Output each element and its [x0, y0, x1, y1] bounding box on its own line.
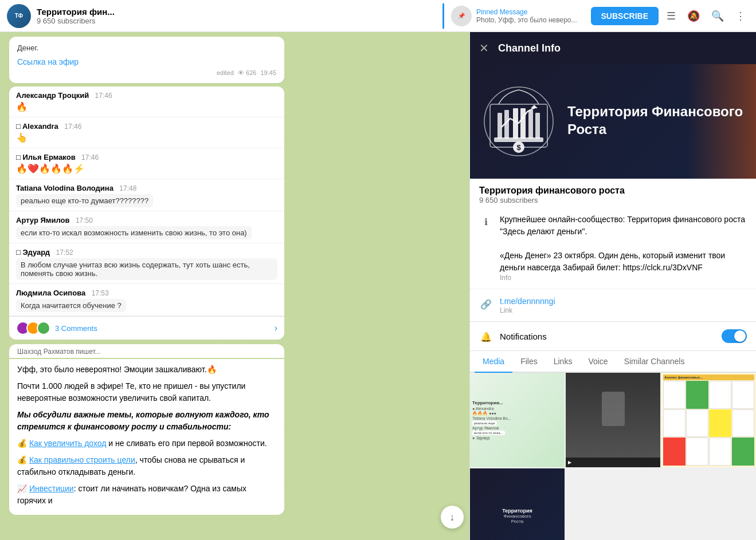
comment-row: Tatiana Volodina Володина 17:48 реально …: [9, 179, 284, 211]
toggle-knob: [734, 330, 746, 342]
close-icon: ✕: [479, 42, 489, 54]
comment-row: Людмила Осипова 17:53 Когда начитается о…: [9, 284, 284, 316]
tab-media[interactable]: Media: [475, 351, 512, 373]
info-link-row: 🔗 t.me/dennnnngi Link: [470, 289, 756, 321]
media-thumb-2[interactable]: ▶: [566, 373, 660, 467]
description-text-main: Крупнейшее онлайн-сообщество: Территория…: [500, 215, 745, 236]
media-thumb-3[interactable]: Анализ финансовых...: [661, 373, 756, 467]
search-icon-button[interactable]: 🔍: [708, 6, 727, 26]
search-icon: 🔍: [711, 10, 724, 22]
chevron-down-icon: ↓: [450, 511, 455, 523]
pinned-message-box[interactable]: 📌 Pinned Message Photo, Уфф, это было не…: [442, 3, 584, 29]
link-message-content: Денег.: [17, 44, 276, 52]
header-actions: SUBSCRIBE ☰ 🔕 🔍 ⋮: [591, 6, 749, 26]
comment-row: □ Эдуард 17:52 В любом случае унитаз всю…: [9, 243, 284, 284]
commenter-avatar: [37, 321, 50, 335]
pinned-label: Pinned Message: [476, 8, 577, 16]
pinned-preview: Photo, Уфф, это было неверо...: [476, 16, 577, 24]
typing-indicator: Шахзод Рахматов пишет...: [9, 344, 284, 358]
link-label: Link: [500, 306, 747, 314]
channel-subscribers-header: 9 650 subscribers: [37, 17, 436, 25]
msg-list1: 💰 Как увеличить доход и не сливать его п…: [17, 437, 276, 450]
comment-row: □ Илья Ермаков 17:46 🔥❤️🔥🔥🔥⚡: [9, 148, 284, 179]
link-icon: 🔗: [479, 297, 493, 311]
tab-voice[interactable]: Voice: [580, 351, 616, 373]
message-time: 19:45: [260, 69, 276, 76]
svg-rect-7: [535, 113, 540, 139]
tab-links[interactable]: Links: [546, 351, 581, 373]
notification-icon-button[interactable]: 🔕: [684, 6, 703, 26]
main-container: Денег. Ссылка на эфир edited 👁 626 19:45…: [0, 32, 756, 540]
comments-avatars: [16, 321, 50, 335]
comment-row: Александр Троцкий 17:46 🔥: [9, 86, 284, 117]
comments-footer[interactable]: 3 Comments ›: [9, 316, 284, 340]
media-thumb-4[interactable]: Территория Финансового Роста: [470, 468, 565, 540]
bell-notification-icon: 🔔: [479, 330, 493, 344]
comment-text: реально еще кто-то думает????????: [16, 194, 153, 207]
info-description-row: ℹ Крупнейшее онлайн-сообщество: Территор…: [470, 207, 756, 289]
msg-line2: Почти 1.000 людей в эфире! Те, кто не пр…: [17, 380, 276, 404]
notifications-row: 🔔 Notifications: [470, 322, 756, 351]
channel-link[interactable]: t.me/dennnnngi: [500, 297, 555, 306]
more-icon: ⋮: [735, 10, 746, 22]
tab-files[interactable]: Files: [512, 351, 546, 373]
pinned-icon: 📌: [451, 6, 472, 26]
comment-emoji: 🔥: [16, 100, 277, 113]
edited-label: edited: [217, 69, 234, 76]
more-icon-button[interactable]: ⋮: [732, 6, 749, 26]
description-text-info: «День Денег» 23 октября. Один день, кото…: [500, 251, 725, 272]
comment-author: Артур Ямилов: [16, 216, 69, 224]
svg-rect-8: [494, 137, 543, 142]
svg-rect-5: [520, 108, 526, 139]
channel-name-card: Территория финансового роста 9 650 subsc…: [470, 179, 756, 322]
channel-name-header: Территория фин...: [37, 7, 436, 17]
channel-logo: $: [481, 84, 556, 159]
svg-rect-4: [513, 108, 518, 139]
channel-banner: $ Территория Финансового Роста: [470, 64, 756, 179]
comment-author: □ Эдуард: [16, 248, 50, 257]
notifications-label: Notifications: [500, 332, 722, 341]
svg-rect-6: [528, 110, 533, 139]
comment-author: □ Alexandra: [16, 122, 58, 131]
panel-title: Channel Info: [498, 42, 561, 54]
channel-banner-name: Территория Финансового Роста: [567, 103, 745, 138]
channel-avatar[interactable]: ТФ: [7, 4, 31, 28]
svg-rect-2: [498, 113, 502, 139]
channel-description: Крупнейшее онлайн-сообщество: Территория…: [500, 214, 747, 274]
panel-header: ✕ Channel Info: [470, 32, 756, 64]
tab-similar-channels[interactable]: Similar Channels: [616, 351, 693, 373]
filter-icon-button[interactable]: ☰: [663, 6, 679, 26]
info-circle-icon: ℹ: [479, 215, 493, 228]
comment-emoji: 👆: [16, 131, 277, 144]
msg-bold-italic: Мы обсудили важные темы, которые волнуют…: [17, 409, 276, 433]
comment-time: 17:46: [95, 92, 112, 100]
scroll-down-button[interactable]: ↓: [441, 506, 464, 529]
media-thumb-1[interactable]: Территория... ● Alexandra 🔥🔥🔥 ●●● Tatian…: [470, 373, 565, 467]
msg-line1: Уфф, это было невероятно! Эмоции зашкали…: [17, 364, 276, 376]
comment-author: Александр Троцкий: [16, 91, 89, 100]
media-grid: Территория... ● Alexandra 🔥🔥🔥 ●●● Tatian…: [470, 373, 756, 540]
info-description-content: Крупнейшее онлайн-сообщество: Территория…: [500, 214, 747, 282]
comments-count[interactable]: 3 Comments: [55, 324, 97, 333]
close-button[interactable]: ✕: [479, 41, 489, 55]
comment-time: 17:53: [92, 289, 109, 297]
comment-emoji: 🔥❤️🔥🔥🔥⚡: [16, 162, 277, 175]
bell-icon: 🔕: [687, 10, 700, 22]
svg-marker-11: [531, 105, 538, 108]
message-meta: edited 👁 626 19:45: [17, 69, 276, 76]
chat-area[interactable]: Денег. Ссылка на эфир edited 👁 626 19:45…: [0, 32, 469, 540]
channel-subscribers: 9 650 subscribers: [479, 196, 747, 204]
main-message-area: Шахзод Рахматов пишет... Уфф, это было н…: [9, 344, 460, 515]
view-count: 626: [246, 69, 256, 76]
channel-banner-text: Территория Финансового Роста: [567, 103, 745, 140]
comment-text: если кто-то искал возможность изменить с…: [16, 226, 252, 239]
comment-row: Артур Ямилов 17:50 если кто-то искал воз…: [9, 211, 284, 243]
subscribe-button[interactable]: SUBSCRIBE: [591, 7, 659, 25]
main-message-card: Уфф, это было невероятно! Эмоции зашкали…: [9, 359, 284, 515]
comment-text: Когда начитается обучение ?: [16, 299, 126, 312]
ether-link[interactable]: Ссылка на эфир: [17, 57, 79, 66]
link-message-card: Денег. Ссылка на эфир edited 👁 626 19:45: [9, 37, 284, 83]
comment-author: □ Илья Ермаков: [16, 153, 76, 161]
notifications-toggle[interactable]: [722, 329, 747, 343]
comments-arrow-icon[interactable]: ›: [275, 323, 277, 333]
